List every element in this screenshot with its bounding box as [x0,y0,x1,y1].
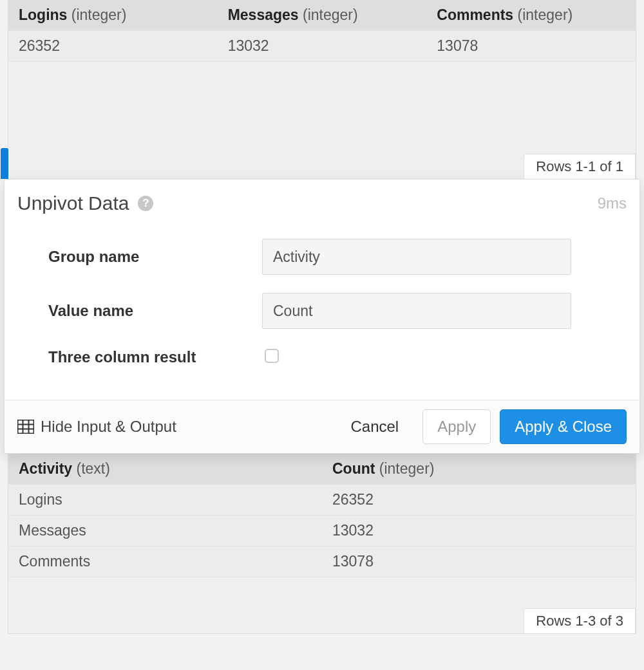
output-column-header[interactable]: Activity (text) [8,454,322,485]
output-table: Activity (text) Count (integer) Logins 2… [8,454,636,577]
table-cell: 13032 [322,516,636,546]
column-name: Count [332,460,375,477]
output-table-container: Activity (text) Count (integer) Logins 2… [8,454,636,634]
table-row: Messages 13032 [8,516,636,546]
output-column-header[interactable]: Count (integer) [322,454,636,485]
svg-rect-0 [18,420,34,434]
active-step-indicator [1,148,8,179]
form-row-value-name: Value name [17,293,627,329]
form-row-three-column: Three column result [17,347,627,368]
table-cell: 13078 [426,31,636,62]
dialog-header: Unpivot Data ? 9ms [5,180,639,219]
column-type: (integer) [379,460,435,477]
column-name: Messages [228,6,299,23]
hide-io-label: Hide Input & Output [41,418,176,436]
output-row-counter: Rows 1-3 of 3 [524,608,636,633]
table-row: 26352 13032 13078 [8,31,636,62]
table-row: Logins 26352 [8,485,636,516]
input-row-counter: Rows 1-1 of 1 [524,154,636,179]
dialog-footer: Hide Input & Output Cancel Apply Apply &… [5,400,639,453]
dialog-title: Unpivot Data [17,192,129,214]
dialog-body: Group name Value name Three column resul… [5,219,639,400]
dialog-title-group: Unpivot Data ? [17,192,153,214]
column-type: (text) [76,460,109,477]
input-column-header[interactable]: Messages (integer) [218,0,427,31]
hide-input-output-toggle[interactable]: Hide Input & Output [17,418,176,436]
form-row-group-name: Group name [17,239,627,275]
column-name: Comments [437,6,513,23]
table-cell: Messages [8,516,322,546]
table-cell: 26352 [8,31,218,62]
table-cell: 26352 [322,485,636,516]
table-grid-icon [17,420,34,434]
apply-close-button[interactable]: Apply & Close [500,409,627,444]
help-icon[interactable]: ? [138,196,153,211]
input-table: Logins (integer) Messages (integer) Comm… [8,0,636,62]
input-column-header[interactable]: Comments (integer) [426,0,636,31]
value-name-label: Value name [17,302,262,320]
unpivot-dialog: Unpivot Data ? 9ms Group name Value name… [4,179,640,454]
column-type: (integer) [71,6,127,23]
table-row: Comments 13078 [8,546,636,577]
input-table-container: Logins (integer) Messages (integer) Comm… [8,0,636,179]
table-cell: Comments [8,546,322,577]
execution-time: 9ms [598,194,627,212]
group-name-label: Group name [17,248,262,266]
input-column-header[interactable]: Logins (integer) [8,0,218,31]
column-type: (integer) [303,6,358,23]
table-cell: 13078 [322,546,636,577]
three-column-checkbox[interactable] [265,349,279,363]
column-type: (integer) [518,6,573,23]
column-name: Activity [19,460,72,477]
value-name-input[interactable] [262,293,571,329]
column-name: Logins [19,6,67,23]
three-column-label: Three column result [17,348,262,366]
table-cell: 13032 [218,31,427,62]
table-cell: Logins [8,485,322,516]
group-name-input[interactable] [262,239,571,275]
apply-button[interactable]: Apply [422,409,491,444]
cancel-button[interactable]: Cancel [336,409,413,444]
